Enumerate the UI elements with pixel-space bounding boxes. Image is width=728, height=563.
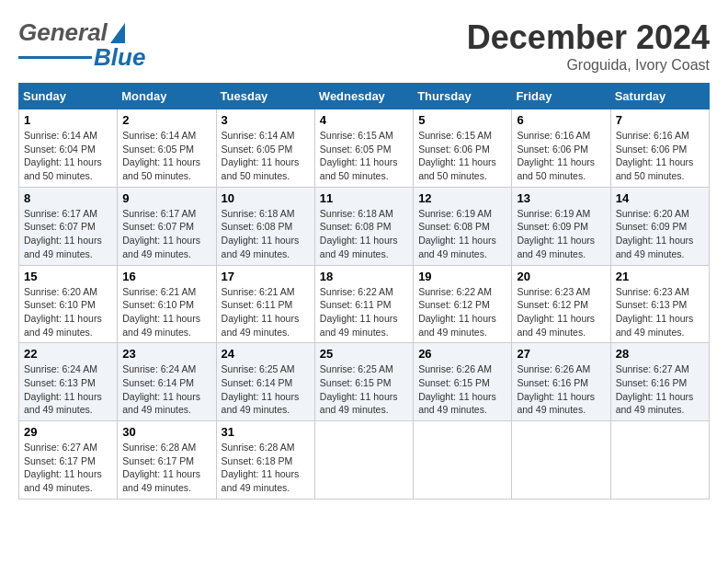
calendar-cell: 21Sunrise: 6:23 AMSunset: 6:13 PMDayligh… (610, 265, 709, 343)
day-info: Sunrise: 6:26 AMSunset: 6:15 PMDaylight:… (418, 362, 506, 417)
calendar-cell: 11Sunrise: 6:18 AMSunset: 6:08 PMDayligh… (314, 187, 413, 265)
calendar-header-monday: Monday (118, 84, 216, 109)
calendar-cell: 15Sunrise: 6:20 AMSunset: 6:10 PMDayligh… (19, 265, 118, 343)
day-number: 21 (616, 270, 704, 283)
calendar-cell: 5Sunrise: 6:15 AMSunset: 6:06 PMDaylight… (414, 109, 512, 188)
day-number: 5 (418, 113, 506, 127)
calendar-cell: 25Sunrise: 6:25 AMSunset: 6:15 PMDayligh… (314, 343, 413, 421)
day-info: Sunrise: 6:22 AMSunset: 6:11 PMDaylight:… (320, 285, 408, 339)
calendar-table: SundayMondayTuesdayWednesdayThursdayFrid… (18, 83, 710, 500)
calendar-cell: 17Sunrise: 6:21 AMSunset: 6:11 PMDayligh… (216, 265, 314, 343)
day-info: Sunrise: 6:18 AMSunset: 6:08 PMDaylight:… (222, 207, 310, 261)
day-info: Sunrise: 6:16 AMSunset: 6:06 PMDaylight:… (616, 129, 704, 183)
day-number: 20 (517, 270, 605, 283)
day-info: Sunrise: 6:16 AMSunset: 6:06 PMDaylight:… (517, 129, 605, 183)
day-number: 31 (222, 425, 310, 439)
day-number: 24 (222, 347, 310, 361)
calendar-body: 1Sunrise: 6:14 AMSunset: 6:04 PMDaylight… (19, 109, 710, 500)
calendar-cell: 6Sunrise: 6:16 AMSunset: 6:06 PMDaylight… (512, 109, 610, 188)
month-title: December 2024 (467, 18, 710, 57)
calendar-cell: 31Sunrise: 6:28 AMSunset: 6:18 PMDayligh… (216, 421, 314, 500)
calendar-cell (610, 421, 709, 500)
calendar-week-1: 1Sunrise: 6:14 AMSunset: 6:04 PMDaylight… (19, 109, 710, 188)
day-info: Sunrise: 6:25 AMSunset: 6:14 PMDaylight:… (222, 362, 310, 417)
day-number: 7 (616, 113, 704, 127)
day-info: Sunrise: 6:15 AMSunset: 6:05 PMDaylight:… (320, 129, 408, 183)
day-number: 1 (24, 113, 112, 127)
day-info: Sunrise: 6:23 AMSunset: 6:13 PMDaylight:… (616, 285, 704, 339)
day-number: 29 (24, 425, 112, 439)
day-number: 15 (24, 270, 112, 283)
calendar-cell: 28Sunrise: 6:27 AMSunset: 6:16 PMDayligh… (610, 343, 709, 421)
logo-triangle-icon (110, 23, 125, 43)
day-number: 23 (122, 347, 210, 361)
day-info: Sunrise: 6:23 AMSunset: 6:12 PMDaylight:… (517, 285, 605, 339)
calendar-cell: 26Sunrise: 6:26 AMSunset: 6:15 PMDayligh… (414, 343, 512, 421)
day-number: 13 (517, 191, 605, 205)
day-info: Sunrise: 6:14 AMSunset: 6:04 PMDaylight:… (24, 129, 112, 183)
calendar-cell: 10Sunrise: 6:18 AMSunset: 6:08 PMDayligh… (216, 187, 314, 265)
calendar-cell: 19Sunrise: 6:22 AMSunset: 6:12 PMDayligh… (414, 265, 512, 343)
day-number: 11 (320, 191, 408, 205)
day-info: Sunrise: 6:17 AMSunset: 6:07 PMDaylight:… (122, 207, 210, 261)
title-block: December 2024 Groguida, Ivory Coast (467, 18, 710, 74)
day-info: Sunrise: 6:20 AMSunset: 6:09 PMDaylight:… (616, 207, 704, 261)
calendar-cell: 23Sunrise: 6:24 AMSunset: 6:14 PMDayligh… (118, 343, 216, 421)
calendar-cell: 29Sunrise: 6:27 AMSunset: 6:17 PMDayligh… (19, 421, 118, 500)
day-info: Sunrise: 6:24 AMSunset: 6:14 PMDaylight:… (122, 362, 210, 417)
page-header: General Blue December 2024 Groguida, Ivo… (18, 18, 710, 74)
calendar-cell: 30Sunrise: 6:28 AMSunset: 6:17 PMDayligh… (118, 421, 216, 500)
calendar-cell: 3Sunrise: 6:14 AMSunset: 6:05 PMDaylight… (216, 109, 314, 188)
calendar-header-sunday: Sunday (19, 84, 118, 109)
calendar-cell: 18Sunrise: 6:22 AMSunset: 6:11 PMDayligh… (314, 265, 413, 343)
calendar-cell (314, 421, 413, 500)
calendar-cell: 7Sunrise: 6:16 AMSunset: 6:06 PMDaylight… (610, 109, 709, 188)
day-info: Sunrise: 6:27 AMSunset: 6:17 PMDaylight:… (24, 441, 112, 495)
calendar-header-row: SundayMondayTuesdayWednesdayThursdayFrid… (19, 84, 710, 109)
calendar-cell: 8Sunrise: 6:17 AMSunset: 6:07 PMDaylight… (19, 187, 118, 265)
day-number: 30 (122, 425, 210, 439)
day-info: Sunrise: 6:19 AMSunset: 6:09 PMDaylight:… (517, 207, 605, 261)
calendar-cell: 2Sunrise: 6:14 AMSunset: 6:05 PMDaylight… (118, 109, 216, 188)
day-info: Sunrise: 6:24 AMSunset: 6:13 PMDaylight:… (24, 362, 112, 417)
calendar-cell: 24Sunrise: 6:25 AMSunset: 6:14 PMDayligh… (216, 343, 314, 421)
calendar-cell: 12Sunrise: 6:19 AMSunset: 6:08 PMDayligh… (414, 187, 512, 265)
calendar-week-5: 29Sunrise: 6:27 AMSunset: 6:17 PMDayligh… (19, 421, 710, 500)
day-info: Sunrise: 6:17 AMSunset: 6:07 PMDaylight:… (24, 207, 112, 261)
calendar-cell: 9Sunrise: 6:17 AMSunset: 6:07 PMDaylight… (118, 187, 216, 265)
day-info: Sunrise: 6:14 AMSunset: 6:05 PMDaylight:… (222, 129, 310, 183)
day-info: Sunrise: 6:19 AMSunset: 6:08 PMDaylight:… (418, 207, 506, 261)
calendar-cell: 16Sunrise: 6:21 AMSunset: 6:10 PMDayligh… (118, 265, 216, 343)
day-info: Sunrise: 6:28 AMSunset: 6:18 PMDaylight:… (222, 441, 310, 495)
day-number: 14 (616, 191, 704, 205)
calendar-cell (414, 421, 512, 500)
calendar-header-tuesday: Tuesday (216, 84, 314, 109)
day-info: Sunrise: 6:26 AMSunset: 6:16 PMDaylight:… (517, 362, 605, 417)
day-info: Sunrise: 6:21 AMSunset: 6:10 PMDaylight:… (122, 285, 210, 339)
day-number: 4 (320, 113, 408, 127)
calendar-header-saturday: Saturday (610, 84, 709, 109)
day-number: 9 (122, 191, 210, 205)
day-info: Sunrise: 6:22 AMSunset: 6:12 PMDaylight:… (418, 285, 506, 339)
day-number: 16 (122, 270, 210, 283)
day-info: Sunrise: 6:25 AMSunset: 6:15 PMDaylight:… (320, 362, 408, 417)
day-number: 12 (418, 191, 506, 205)
calendar-header-wednesday: Wednesday (314, 84, 413, 109)
calendar-cell: 14Sunrise: 6:20 AMSunset: 6:09 PMDayligh… (610, 187, 709, 265)
calendar-cell (512, 421, 610, 500)
calendar-cell: 27Sunrise: 6:26 AMSunset: 6:16 PMDayligh… (512, 343, 610, 421)
logo: General Blue (18, 18, 145, 72)
calendar-header-friday: Friday (512, 84, 610, 109)
day-number: 18 (320, 270, 408, 283)
day-number: 22 (24, 347, 112, 361)
day-info: Sunrise: 6:27 AMSunset: 6:16 PMDaylight:… (616, 362, 704, 417)
calendar-week-3: 15Sunrise: 6:20 AMSunset: 6:10 PMDayligh… (19, 265, 710, 343)
day-info: Sunrise: 6:28 AMSunset: 6:17 PMDaylight:… (122, 441, 210, 495)
logo-blue: Blue (94, 43, 145, 72)
calendar-cell: 22Sunrise: 6:24 AMSunset: 6:13 PMDayligh… (19, 343, 118, 421)
day-number: 28 (616, 347, 704, 361)
day-number: 17 (222, 270, 310, 283)
day-info: Sunrise: 6:20 AMSunset: 6:10 PMDaylight:… (24, 285, 112, 339)
day-number: 2 (122, 113, 210, 127)
calendar-week-2: 8Sunrise: 6:17 AMSunset: 6:07 PMDaylight… (19, 187, 710, 265)
